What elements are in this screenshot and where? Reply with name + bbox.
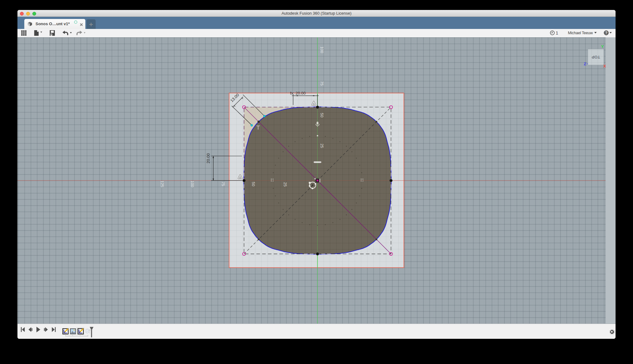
svg-text:50: 50	[320, 113, 324, 117]
svg-text:75: 75	[320, 81, 324, 86]
svg-text:1: 1	[556, 30, 558, 35]
svg-text:X: X	[603, 64, 606, 68]
svg-text:75: 75	[221, 182, 226, 186]
svg-text:Y: Y	[601, 44, 604, 49]
svg-text:fx: 20.00: fx: 20.00	[290, 91, 306, 96]
svg-text:Z: Z	[584, 62, 586, 66]
svg-text:100: 100	[190, 180, 195, 187]
svg-text:20.00: 20.00	[206, 153, 211, 164]
svg-text:25: 25	[320, 143, 324, 148]
svg-text:50: 50	[251, 182, 256, 186]
svg-text:125: 125	[160, 180, 164, 187]
svg-text:TOP: TOP	[592, 55, 600, 59]
svg-text:?: ?	[605, 31, 607, 35]
svg-text:25: 25	[283, 182, 288, 186]
svg-text:Michael Teeuw: Michael Teeuw	[568, 31, 593, 35]
svg-text:100: 100	[320, 46, 324, 53]
